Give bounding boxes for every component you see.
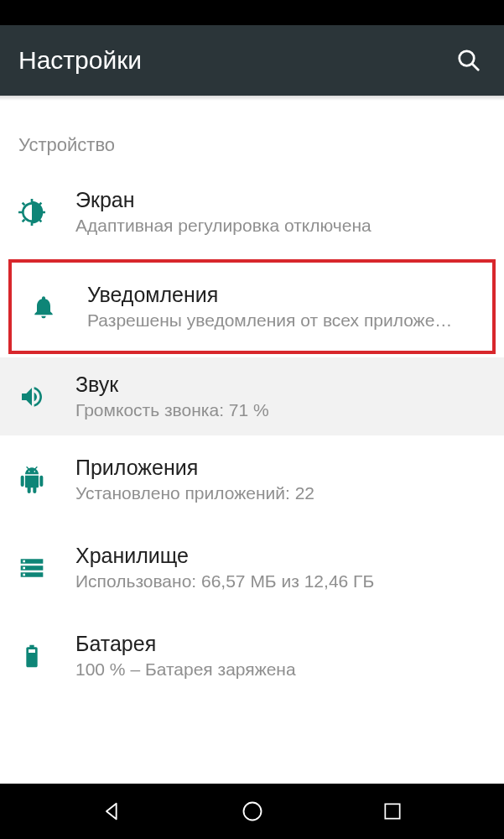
- nav-home-icon: [241, 800, 264, 823]
- item-subtitle: Разрешены уведомления от всех приложе…: [87, 310, 474, 331]
- nav-recents-button[interactable]: [367, 792, 418, 831]
- svg-point-4: [243, 803, 261, 821]
- content-gap: [0, 101, 504, 124]
- item-subtitle: Установлено приложений: 22: [75, 483, 486, 503]
- svg-line-1: [472, 64, 478, 70]
- nav-back-button[interactable]: [87, 792, 138, 831]
- list-item-display[interactable]: Экран Адаптивная регулировка отключена: [0, 168, 504, 256]
- svg-rect-3: [29, 649, 35, 653]
- nav-back-icon: [101, 800, 124, 823]
- search-button[interactable]: [452, 44, 486, 77]
- apps-icon: [18, 466, 75, 493]
- nav-recents-icon: [382, 800, 403, 822]
- list-item-sound[interactable]: Звук Громкость звонка: 71 %: [0, 357, 504, 435]
- list-item-storage[interactable]: Хранилище Использовано: 66,57 МБ из 12,4…: [0, 524, 504, 612]
- item-subtitle: Адаптивная регулировка отключена: [75, 216, 486, 236]
- section-header: Устройство: [0, 124, 504, 168]
- app-bar: Настройки: [0, 25, 504, 96]
- svg-rect-5: [385, 804, 399, 818]
- nav-home-button[interactable]: [227, 792, 278, 831]
- status-bar: [0, 0, 504, 25]
- list-item-notifications[interactable]: Уведомления Разрешены уведомления от все…: [8, 259, 496, 354]
- sound-icon: [18, 383, 75, 410]
- item-title: Хранилище: [75, 544, 486, 568]
- item-subtitle: Громкость звонка: 71 %: [75, 400, 486, 420]
- list-item-battery[interactable]: Батарея 100 % – Батарея заряжена: [0, 612, 504, 700]
- item-title: Приложения: [75, 456, 486, 480]
- item-subtitle: Использовано: 66,57 МБ из 12,46 ГБ: [75, 571, 486, 591]
- display-icon: [18, 199, 75, 226]
- search-icon: [456, 48, 481, 73]
- item-title: Звук: [75, 373, 486, 397]
- item-title: Уведомления: [87, 283, 474, 307]
- list-item-apps[interactable]: Приложения Установлено приложений: 22: [0, 435, 504, 524]
- item-title: Батарея: [75, 632, 486, 656]
- notifications-icon: [30, 294, 87, 320]
- navigation-bar: [0, 784, 504, 839]
- item-subtitle: 100 % – Батарея заряжена: [75, 659, 486, 680]
- storage-icon: [18, 555, 75, 581]
- battery-icon: [18, 643, 75, 670]
- item-title: Экран: [75, 188, 486, 212]
- settings-list: Экран Адаптивная регулировка отключена У…: [0, 168, 504, 700]
- app-bar-title: Настройки: [18, 46, 142, 75]
